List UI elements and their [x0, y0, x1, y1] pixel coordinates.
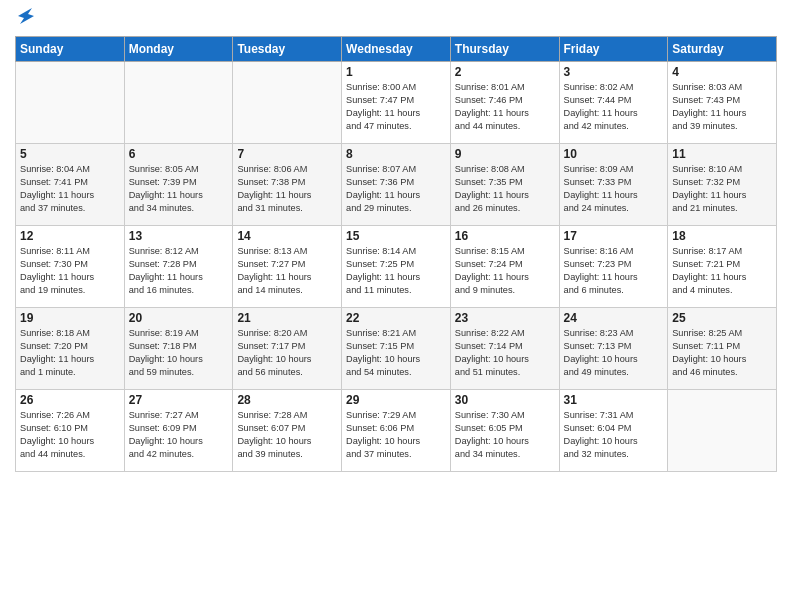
day-number: 8: [346, 147, 446, 161]
week-row-5: 26Sunrise: 7:26 AM Sunset: 6:10 PM Dayli…: [16, 390, 777, 472]
day-info: Sunrise: 8:23 AM Sunset: 7:13 PM Dayligh…: [564, 327, 664, 379]
weekday-tuesday: Tuesday: [233, 37, 342, 62]
day-number: 17: [564, 229, 664, 243]
day-cell: 30Sunrise: 7:30 AM Sunset: 6:05 PM Dayli…: [450, 390, 559, 472]
page-header: [15, 10, 777, 28]
day-cell: 27Sunrise: 7:27 AM Sunset: 6:09 PM Dayli…: [124, 390, 233, 472]
day-info: Sunrise: 7:26 AM Sunset: 6:10 PM Dayligh…: [20, 409, 120, 461]
day-cell: 9Sunrise: 8:08 AM Sunset: 7:35 PM Daylig…: [450, 144, 559, 226]
day-info: Sunrise: 8:01 AM Sunset: 7:46 PM Dayligh…: [455, 81, 555, 133]
day-info: Sunrise: 8:06 AM Sunset: 7:38 PM Dayligh…: [237, 163, 337, 215]
day-cell: 25Sunrise: 8:25 AM Sunset: 7:11 PM Dayli…: [668, 308, 777, 390]
week-row-4: 19Sunrise: 8:18 AM Sunset: 7:20 PM Dayli…: [16, 308, 777, 390]
day-cell: 3Sunrise: 8:02 AM Sunset: 7:44 PM Daylig…: [559, 62, 668, 144]
day-info: Sunrise: 8:15 AM Sunset: 7:24 PM Dayligh…: [455, 245, 555, 297]
day-cell: 1Sunrise: 8:00 AM Sunset: 7:47 PM Daylig…: [342, 62, 451, 144]
day-info: Sunrise: 8:21 AM Sunset: 7:15 PM Dayligh…: [346, 327, 446, 379]
day-info: Sunrise: 8:14 AM Sunset: 7:25 PM Dayligh…: [346, 245, 446, 297]
day-number: 19: [20, 311, 120, 325]
day-info: Sunrise: 8:09 AM Sunset: 7:33 PM Dayligh…: [564, 163, 664, 215]
day-number: 20: [129, 311, 229, 325]
day-number: 18: [672, 229, 772, 243]
day-cell: 8Sunrise: 8:07 AM Sunset: 7:36 PM Daylig…: [342, 144, 451, 226]
day-number: 6: [129, 147, 229, 161]
day-cell: [124, 62, 233, 144]
day-cell: 31Sunrise: 7:31 AM Sunset: 6:04 PM Dayli…: [559, 390, 668, 472]
day-cell: 16Sunrise: 8:15 AM Sunset: 7:24 PM Dayli…: [450, 226, 559, 308]
day-number: 23: [455, 311, 555, 325]
day-number: 10: [564, 147, 664, 161]
day-number: 24: [564, 311, 664, 325]
week-row-2: 5Sunrise: 8:04 AM Sunset: 7:41 PM Daylig…: [16, 144, 777, 226]
day-cell: 17Sunrise: 8:16 AM Sunset: 7:23 PM Dayli…: [559, 226, 668, 308]
day-info: Sunrise: 8:08 AM Sunset: 7:35 PM Dayligh…: [455, 163, 555, 215]
day-cell: 24Sunrise: 8:23 AM Sunset: 7:13 PM Dayli…: [559, 308, 668, 390]
day-cell: 12Sunrise: 8:11 AM Sunset: 7:30 PM Dayli…: [16, 226, 125, 308]
day-cell: 6Sunrise: 8:05 AM Sunset: 7:39 PM Daylig…: [124, 144, 233, 226]
weekday-saturday: Saturday: [668, 37, 777, 62]
day-number: 22: [346, 311, 446, 325]
week-row-1: 1Sunrise: 8:00 AM Sunset: 7:47 PM Daylig…: [16, 62, 777, 144]
day-info: Sunrise: 8:11 AM Sunset: 7:30 PM Dayligh…: [20, 245, 120, 297]
day-number: 11: [672, 147, 772, 161]
day-number: 29: [346, 393, 446, 407]
day-info: Sunrise: 8:19 AM Sunset: 7:18 PM Dayligh…: [129, 327, 229, 379]
calendar-table: SundayMondayTuesdayWednesdayThursdayFrid…: [15, 36, 777, 472]
day-info: Sunrise: 8:05 AM Sunset: 7:39 PM Dayligh…: [129, 163, 229, 215]
day-number: 9: [455, 147, 555, 161]
day-info: Sunrise: 8:20 AM Sunset: 7:17 PM Dayligh…: [237, 327, 337, 379]
day-number: 4: [672, 65, 772, 79]
weekday-thursday: Thursday: [450, 37, 559, 62]
day-info: Sunrise: 8:00 AM Sunset: 7:47 PM Dayligh…: [346, 81, 446, 133]
day-info: Sunrise: 8:03 AM Sunset: 7:43 PM Dayligh…: [672, 81, 772, 133]
day-number: 31: [564, 393, 664, 407]
logo-icon: [16, 6, 38, 28]
day-info: Sunrise: 8:16 AM Sunset: 7:23 PM Dayligh…: [564, 245, 664, 297]
calendar-page: SundayMondayTuesdayWednesdayThursdayFrid…: [0, 0, 792, 612]
day-cell: 10Sunrise: 8:09 AM Sunset: 7:33 PM Dayli…: [559, 144, 668, 226]
logo: [15, 14, 38, 28]
day-cell: 11Sunrise: 8:10 AM Sunset: 7:32 PM Dayli…: [668, 144, 777, 226]
day-number: 26: [20, 393, 120, 407]
day-cell: 14Sunrise: 8:13 AM Sunset: 7:27 PM Dayli…: [233, 226, 342, 308]
weekday-header-row: SundayMondayTuesdayWednesdayThursdayFrid…: [16, 37, 777, 62]
day-cell: 5Sunrise: 8:04 AM Sunset: 7:41 PM Daylig…: [16, 144, 125, 226]
day-cell: 18Sunrise: 8:17 AM Sunset: 7:21 PM Dayli…: [668, 226, 777, 308]
day-info: Sunrise: 8:02 AM Sunset: 7:44 PM Dayligh…: [564, 81, 664, 133]
day-cell: 13Sunrise: 8:12 AM Sunset: 7:28 PM Dayli…: [124, 226, 233, 308]
day-number: 1: [346, 65, 446, 79]
day-cell: [16, 62, 125, 144]
day-info: Sunrise: 7:29 AM Sunset: 6:06 PM Dayligh…: [346, 409, 446, 461]
day-info: Sunrise: 8:12 AM Sunset: 7:28 PM Dayligh…: [129, 245, 229, 297]
day-info: Sunrise: 8:25 AM Sunset: 7:11 PM Dayligh…: [672, 327, 772, 379]
weekday-sunday: Sunday: [16, 37, 125, 62]
weekday-wednesday: Wednesday: [342, 37, 451, 62]
day-number: 30: [455, 393, 555, 407]
day-info: Sunrise: 8:17 AM Sunset: 7:21 PM Dayligh…: [672, 245, 772, 297]
day-number: 28: [237, 393, 337, 407]
day-cell: 23Sunrise: 8:22 AM Sunset: 7:14 PM Dayli…: [450, 308, 559, 390]
day-cell: 15Sunrise: 8:14 AM Sunset: 7:25 PM Dayli…: [342, 226, 451, 308]
day-number: 12: [20, 229, 120, 243]
day-number: 14: [237, 229, 337, 243]
day-cell: 4Sunrise: 8:03 AM Sunset: 7:43 PM Daylig…: [668, 62, 777, 144]
day-cell: 21Sunrise: 8:20 AM Sunset: 7:17 PM Dayli…: [233, 308, 342, 390]
day-number: 27: [129, 393, 229, 407]
day-cell: [668, 390, 777, 472]
day-number: 21: [237, 311, 337, 325]
day-cell: 19Sunrise: 8:18 AM Sunset: 7:20 PM Dayli…: [16, 308, 125, 390]
day-cell: 29Sunrise: 7:29 AM Sunset: 6:06 PM Dayli…: [342, 390, 451, 472]
day-cell: 20Sunrise: 8:19 AM Sunset: 7:18 PM Dayli…: [124, 308, 233, 390]
day-cell: 7Sunrise: 8:06 AM Sunset: 7:38 PM Daylig…: [233, 144, 342, 226]
day-number: 15: [346, 229, 446, 243]
day-info: Sunrise: 7:28 AM Sunset: 6:07 PM Dayligh…: [237, 409, 337, 461]
day-cell: 22Sunrise: 8:21 AM Sunset: 7:15 PM Dayli…: [342, 308, 451, 390]
day-info: Sunrise: 7:31 AM Sunset: 6:04 PM Dayligh…: [564, 409, 664, 461]
day-info: Sunrise: 8:10 AM Sunset: 7:32 PM Dayligh…: [672, 163, 772, 215]
day-number: 7: [237, 147, 337, 161]
day-number: 25: [672, 311, 772, 325]
day-info: Sunrise: 8:18 AM Sunset: 7:20 PM Dayligh…: [20, 327, 120, 379]
day-info: Sunrise: 8:13 AM Sunset: 7:27 PM Dayligh…: [237, 245, 337, 297]
day-info: Sunrise: 8:07 AM Sunset: 7:36 PM Dayligh…: [346, 163, 446, 215]
day-cell: 28Sunrise: 7:28 AM Sunset: 6:07 PM Dayli…: [233, 390, 342, 472]
